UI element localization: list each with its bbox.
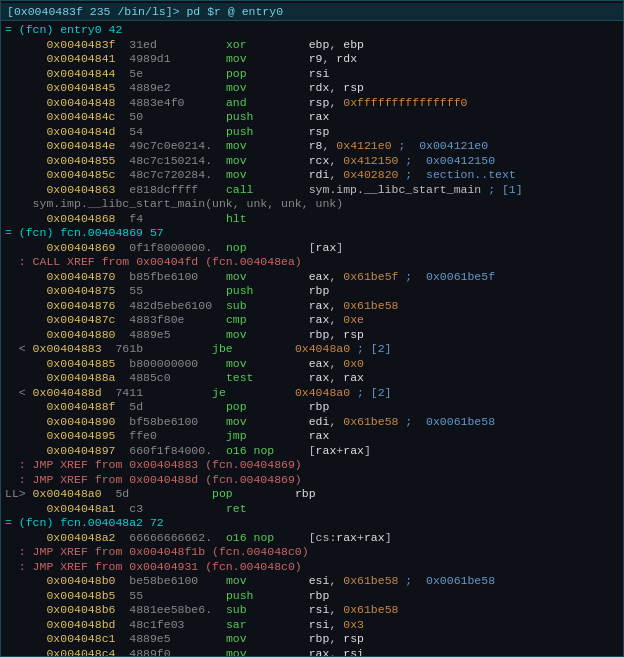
disasm-line: 0x00404870 b85fbe6100 mov eax, 0x61be5f …: [5, 270, 619, 285]
disasm-line: 0x00404895 ffe0 jmp rax: [5, 429, 619, 444]
title-bar: [0x0040483f 235 /bin/ls]> pd $r @ entry0: [1, 3, 623, 21]
disasm-line: = (fcn) fcn.00404869 57: [5, 226, 619, 241]
disasm-line: 0x00404844 5e pop rsi: [5, 67, 619, 82]
disasm-line: LL> 0x004048a0 5d pop rbp: [5, 487, 619, 502]
disasm-line: : JMP XREF from 0x00404883 (fcn.00404869…: [5, 458, 619, 473]
disasm-line: 0x0040484e 49c7c0e0214. mov r8, 0x4121e0…: [5, 139, 619, 154]
disasm-line: 0x0040487c 4883f80e cmp rax, 0xe: [5, 313, 619, 328]
disasm-line: 0x00404885 b800000000 mov eax, 0x0: [5, 357, 619, 372]
disasm-line: : JMP XREF from 0x00404931 (fcn.004048c0…: [5, 560, 619, 575]
disasm-line: 0x00404869 0f1f8000000. nop [rax]: [5, 241, 619, 256]
disasm-line: = (fcn) fcn.004048a2 72: [5, 516, 619, 531]
disasm-line: 0x00404880 4889e5 mov rbp, rsp: [5, 328, 619, 343]
disasm-line: : JMP XREF from 0x004048f1b (fcn.004048c…: [5, 545, 619, 560]
disasm-line: = (fcn) entry0 42: [5, 23, 619, 38]
disasm-line: 0x00404855 48c7c150214. mov rcx, 0x41215…: [5, 154, 619, 169]
disasm-line: 0x00404845 4889e2 mov rdx, rsp: [5, 81, 619, 96]
disasm-line: 0x004048b0 be58be6100 mov esi, 0x61be58 …: [5, 574, 619, 589]
disasm-line: 0x0040488a 4885c0 test rax, rax: [5, 371, 619, 386]
disasm-line: : CALL XREF from 0x00404fd (fcn.004048ea…: [5, 255, 619, 270]
disasm-line: 0x004048c1 4889e5 mov rbp, rsp: [5, 632, 619, 647]
disasm-line: 0x00404868 f4 hlt: [5, 212, 619, 227]
disasm-line: 0x00404875 55 push rbp: [5, 284, 619, 299]
disasm-line: 0x004048c4 4889f0 mov rax, rsi: [5, 647, 619, 658]
disasm-line: 0x00404876 482d5ebe6100 sub rax, 0x61be5…: [5, 299, 619, 314]
disasm-line: < 0x00404883 761b jbe 0x4048a0 ; [2]: [5, 342, 619, 357]
disasm-line: 0x00404848 4883e4f0 and rsp, 0xfffffffff…: [5, 96, 619, 111]
disasm-line: 0x004048a2 66666666662. o16 nop [cs:rax+…: [5, 531, 619, 546]
disasm-line: 0x0040488f 5d pop rbp: [5, 400, 619, 415]
disasm-line: 0x004048b6 4881ee58be6. sub rsi, 0x61be5…: [5, 603, 619, 618]
disasm-line: : JMP XREF from 0x0040488d (fcn.00404869…: [5, 473, 619, 488]
disasm-line: 0x00404841 4989d1 mov r9, rdx: [5, 52, 619, 67]
disasm-line: 0x0040484d 54 push rsp: [5, 125, 619, 140]
disasm-line: 0x00404863 e818dcffff call sym.imp.__lib…: [5, 183, 619, 198]
disasm-line: 0x00404890 bf58be6100 mov edi, 0x61be58 …: [5, 415, 619, 430]
disasm-line: 0x0040485c 48c7c720284. mov rdi, 0x40282…: [5, 168, 619, 183]
disassembly-content: = (fcn) entry0 42 0x0040483f 31ed xor eb…: [1, 21, 623, 657]
disasm-line: 0x004048b5 55 push rbp: [5, 589, 619, 604]
disasm-line: 0x0040483f 31ed xor ebp, ebp: [5, 38, 619, 53]
title-text: [0x0040483f 235 /bin/ls]> pd $r @ entry0: [7, 5, 283, 18]
disasm-line: 0x00404897 660f1f84000. o16 nop [rax+rax…: [5, 444, 619, 459]
disasm-line: < 0x0040488d 7411 je 0x4048a0 ; [2]: [5, 386, 619, 401]
terminal-window: [0x0040483f 235 /bin/ls]> pd $r @ entry0…: [0, 0, 624, 657]
disasm-line: 0x0040484c 50 push rax: [5, 110, 619, 125]
disasm-line: 0x004048bd 48c1fe03 sar rsi, 0x3: [5, 618, 619, 633]
disasm-line: 0x004048a1 c3 ret: [5, 502, 619, 517]
disasm-line: sym.imp.__libc_start_main(unk, unk, unk,…: [5, 197, 619, 212]
